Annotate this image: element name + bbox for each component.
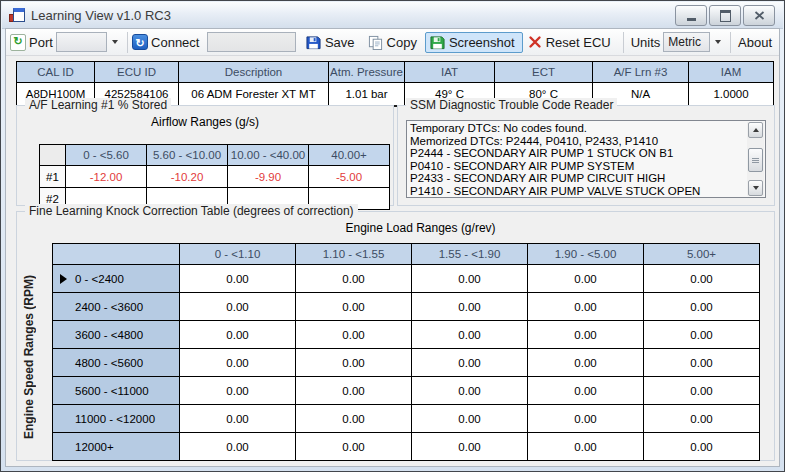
grid-cell[interactable]: 0.00 xyxy=(644,321,760,349)
engine-speed-ranges-label: Engine Speed Ranges (RPM) xyxy=(21,263,37,452)
grid-cell[interactable]: 0.00 xyxy=(644,349,760,377)
connect-textbox[interactable] xyxy=(207,32,295,52)
port-combobox[interactable] xyxy=(56,32,107,52)
port-label: Port xyxy=(26,35,56,50)
save-icon xyxy=(306,35,321,50)
save-button[interactable]: Save xyxy=(301,32,363,53)
grid-cell[interactable]: 0.00 xyxy=(180,377,296,405)
grid-cell[interactable]: 0.00 xyxy=(528,321,644,349)
grid-cell[interactable]: 0.00 xyxy=(296,433,412,461)
grid-cell[interactable]: 0.00 xyxy=(528,293,644,321)
main-content: CAL ID ECU ID Description Atm. Pressure … xyxy=(6,56,779,466)
grid-cell[interactable]: 0.00 xyxy=(528,433,644,461)
grid-cell[interactable]: 0.00 xyxy=(412,405,528,433)
copy-button[interactable]: Copy xyxy=(363,32,425,53)
caption-buttons xyxy=(675,5,775,26)
minimize-button[interactable] xyxy=(675,5,707,26)
window-title: Learning View v1.0 RC3 xyxy=(31,8,171,23)
port-refresh-icon[interactable]: ↻ xyxy=(10,34,26,50)
save-label: Save xyxy=(321,35,358,50)
grid-cell[interactable]: 0.00 xyxy=(180,405,296,433)
copy-label: Copy xyxy=(383,35,420,50)
scrollbar-up-icon xyxy=(753,128,759,132)
grid-cell[interactable]: 0.00 xyxy=(180,321,296,349)
grid-cell[interactable]: 0.00 xyxy=(644,293,760,321)
list-item[interactable]: Temporary DTCs: No codes found. xyxy=(410,122,743,135)
info-header-cell: ECU ID xyxy=(95,62,179,83)
grid-cell[interactable]: 0.00 xyxy=(528,349,644,377)
dtc-list-lines: Temporary DTCs: No codes found. Memorize… xyxy=(410,122,743,196)
info-header-cell: Description xyxy=(179,62,329,83)
grid-cell[interactable]: 0.00 xyxy=(296,405,412,433)
grid-cell[interactable]: 0.00 xyxy=(528,405,644,433)
grid-cell[interactable]: 0.00 xyxy=(296,321,412,349)
maximize-icon xyxy=(720,10,731,22)
grid-cell[interactable]: 0.00 xyxy=(412,265,528,293)
units-dropdown-arrow-icon[interactable] xyxy=(715,40,721,44)
grid-cell[interactable]: 0.00 xyxy=(296,349,412,377)
list-item[interactable]: P2444 - SECONDARY AIR PUMP 1 STUCK ON B1 xyxy=(410,147,743,160)
scrollbar-up-button[interactable] xyxy=(748,122,763,138)
grid-cell[interactable]: 0.00 xyxy=(644,433,760,461)
grid-cell[interactable]: 0.00 xyxy=(412,433,528,461)
grid-cell[interactable]: 0.00 xyxy=(644,265,760,293)
title-bar[interactable]: Learning View v1.0 RC3 xyxy=(2,2,783,29)
grid-cell[interactable]: 0.00 xyxy=(412,293,528,321)
grid-cell[interactable]: -9.90 xyxy=(228,166,309,188)
knock-row-header[interactable]: 4800 - <5600 xyxy=(53,349,180,377)
about-button[interactable]: About xyxy=(735,35,775,50)
knock-row-header[interactable]: 3600 - <4800 xyxy=(53,321,180,349)
connect-button[interactable]: Connect xyxy=(148,35,202,50)
knock-column-header: 1.55 - <1.90 xyxy=(412,244,528,265)
airflow-ranges-label: Airflow Ranges (g/s) xyxy=(17,115,393,129)
scrollbar-down-button[interactable] xyxy=(748,180,763,196)
grid-cell[interactable]: -12.00 xyxy=(66,166,147,188)
port-dropdown-arrow-icon[interactable] xyxy=(112,40,118,44)
af-column-header: 0 - <5.60 xyxy=(66,145,147,166)
grid-cell[interactable]: 0.00 xyxy=(644,377,760,405)
grid-cell[interactable]: 0.00 xyxy=(180,349,296,377)
list-item[interactable]: P0410 - SECONDARY AIR PUMP SYSTEM xyxy=(410,160,743,173)
reset-ecu-button[interactable]: Reset ECU xyxy=(523,32,619,53)
screenshot-button[interactable]: Screenshot xyxy=(425,32,523,53)
grid-cell[interactable]: -10.20 xyxy=(147,166,228,188)
knock-row-header[interactable]: 2400 - <3600 xyxy=(53,293,180,321)
dtc-listbox[interactable]: Temporary DTCs: No codes found. Memorize… xyxy=(406,120,766,198)
close-button[interactable] xyxy=(743,5,775,26)
dtc-scrollbar[interactable] xyxy=(747,122,764,196)
toolbar: ↻ Port ↻ Connect Save xyxy=(6,29,779,56)
units-combobox[interactable]: Metric xyxy=(663,32,710,52)
scrollbar-thumb[interactable] xyxy=(748,148,763,172)
connect-icon[interactable]: ↻ xyxy=(132,34,148,50)
list-item[interactable]: Memorized DTCs: P2444, P0410, P2433, P14… xyxy=(410,135,743,148)
knock-row-header[interactable]: 11000 - <12000 xyxy=(53,405,180,433)
grid-cell[interactable]: 0.00 xyxy=(180,265,296,293)
knock-column-header: 0 - <1.10 xyxy=(180,244,296,265)
grid-cell[interactable]: -5.00 xyxy=(309,166,390,188)
grid-cell[interactable]: 0.00 xyxy=(296,265,412,293)
info-value-cell: 06 ADM Forester XT MT xyxy=(179,83,329,107)
units-combobox-value: Metric xyxy=(664,35,701,49)
list-item[interactable]: P1410 - SECONDARY AIR PUMP VALVE STUCK O… xyxy=(410,185,743,198)
copy-icon xyxy=(368,35,383,50)
table-row: 12000+ 0.00 0.00 0.00 0.00 0.00 xyxy=(53,433,760,461)
table-row: 2400 - <3600 0.00 0.00 0.00 0.00 0.00 xyxy=(53,293,760,321)
grid-cell[interactable]: 0.00 xyxy=(528,265,644,293)
grid-cell[interactable]: 0.00 xyxy=(412,321,528,349)
info-header-cell: IAT xyxy=(405,62,495,83)
grid-cell[interactable]: 0.00 xyxy=(644,405,760,433)
af-learning-group: A/F Learning #1 % Stored Airflow Ranges … xyxy=(16,105,394,206)
grid-cell[interactable]: 0.00 xyxy=(180,433,296,461)
grid-cell[interactable]: 0.00 xyxy=(412,377,528,405)
knock-correction-table: 0 - <1.10 1.10 - <1.55 1.55 - <1.90 1.90… xyxy=(52,243,760,461)
knock-row-header[interactable]: 0 - <2400 xyxy=(53,265,180,293)
grid-cell[interactable]: 0.00 xyxy=(180,293,296,321)
grid-cell[interactable]: 0.00 xyxy=(296,377,412,405)
grid-cell[interactable]: 0.00 xyxy=(528,377,644,405)
list-item[interactable]: P2433 - SECONDARY AIR PUMP CIRCUIT HIGH xyxy=(410,172,743,185)
knock-row-header[interactable]: 5600 - <11000 xyxy=(53,377,180,405)
grid-cell[interactable]: 0.00 xyxy=(296,293,412,321)
knock-row-header[interactable]: 12000+ xyxy=(53,433,180,461)
maximize-button[interactable] xyxy=(709,5,741,26)
grid-cell[interactable]: 0.00 xyxy=(412,349,528,377)
